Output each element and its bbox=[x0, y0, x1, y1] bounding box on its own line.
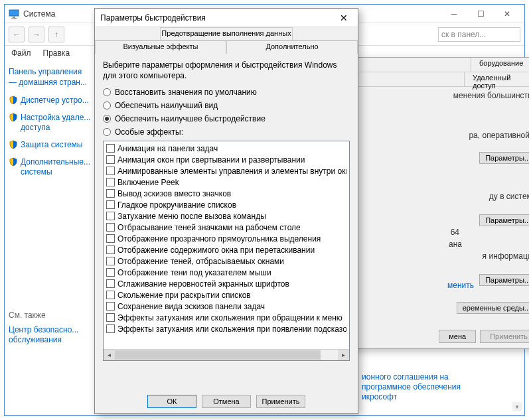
checkbox-icon[interactable] bbox=[106, 178, 115, 186]
scroll-left-icon[interactable]: ◄ bbox=[104, 350, 115, 360]
radio-icon[interactable] bbox=[103, 115, 111, 123]
check-row-10[interactable]: Отображение теней, отбрасываемых окнами bbox=[106, 255, 346, 267]
check-row-16[interactable]: Эффекты затухания или скольжения при поя… bbox=[106, 323, 346, 334]
menu-file[interactable]: Файл bbox=[11, 48, 31, 58]
minimize-button[interactable]: ─ bbox=[441, 7, 467, 21]
checkbox-icon[interactable] bbox=[106, 200, 115, 209]
tab-hardware[interactable]: борудование bbox=[471, 58, 529, 72]
sidebar-item-remote[interactable]: Настройка удале... доступа bbox=[9, 113, 91, 133]
checkbox-icon[interactable] bbox=[106, 279, 115, 288]
sidebar-item-advanced[interactable]: Дополнительные... системы bbox=[9, 157, 91, 178]
intro-text: Выберите параметры оформления и быстроде… bbox=[103, 60, 350, 81]
radio-option-0[interactable]: Восстановить значения по умолчанию bbox=[103, 88, 350, 97]
check-label: Вывод эскизов вместо значков bbox=[117, 189, 231, 198]
monitor-icon bbox=[9, 9, 19, 19]
sidebar-item-device-manager[interactable]: Диспетчер устро... bbox=[9, 96, 91, 106]
horizontal-scrollbar[interactable]: ◄ ► bbox=[104, 349, 349, 360]
see-also-label: См. также bbox=[9, 311, 91, 320]
checkbox-icon[interactable] bbox=[106, 167, 115, 175]
scroll-right-icon[interactable]: ► bbox=[338, 350, 349, 360]
check-row-3[interactable]: Включение Peek bbox=[106, 176, 346, 188]
perf-titlebar[interactable]: Параметры быстродействия ✕ bbox=[95, 9, 358, 27]
control-panel-home-link[interactable]: Панель управления — домашняя стран... bbox=[9, 67, 91, 88]
performance-settings-button[interactable]: Параметры... bbox=[479, 152, 529, 164]
checkbox-icon[interactable] bbox=[106, 268, 115, 277]
security-center-link[interactable]: Центр безопасно... обслуживания bbox=[9, 325, 91, 346]
check-row-15[interactable]: Эффекты затухания или скольжения при обр… bbox=[106, 312, 346, 323]
radio-option-1[interactable]: Обеспечить наилучший вид bbox=[103, 101, 350, 110]
check-row-14[interactable]: Сохранение вида эскизов панели задач bbox=[106, 301, 346, 312]
check-row-5[interactable]: Гладкое прокручивание списков bbox=[106, 199, 346, 210]
startup-settings-button[interactable]: Параметры... bbox=[479, 274, 529, 286]
checkbox-icon[interactable] bbox=[106, 223, 115, 232]
checkbox-icon[interactable] bbox=[106, 245, 115, 254]
checkbox-icon[interactable] bbox=[106, 324, 115, 333]
back-button[interactable]: ← bbox=[9, 27, 25, 42]
radio-icon[interactable] bbox=[103, 88, 111, 96]
checkbox-icon[interactable] bbox=[106, 155, 115, 164]
checkbox-icon[interactable] bbox=[106, 313, 115, 322]
close-icon[interactable]: ✕ bbox=[335, 11, 352, 25]
radio-label: Восстановить значения по умолчанию bbox=[115, 88, 257, 97]
radio-option-3[interactable]: Особые эффекты: bbox=[103, 127, 350, 137]
search-input[interactable]: ск в панел... bbox=[438, 27, 520, 42]
tab-remote[interactable]: Удаленный доступ bbox=[465, 72, 529, 86]
change-link[interactable]: менить bbox=[447, 281, 474, 290]
shield-icon bbox=[9, 157, 18, 167]
radio-option-2[interactable]: Обеспечить наилучшее быстродействие bbox=[103, 114, 350, 123]
check-label: Включение Peek bbox=[117, 178, 179, 187]
check-row-12[interactable]: Сглаживание неровностей экранных шрифтов bbox=[106, 278, 346, 289]
check-row-1[interactable]: Анимация окон при свертывании и разверты… bbox=[106, 154, 346, 165]
sysprop-apply-button[interactable]: Применить bbox=[480, 330, 529, 343]
checkbox-icon[interactable] bbox=[106, 144, 115, 153]
tab-visual-effects[interactable]: Визуальные эффекты bbox=[95, 40, 226, 54]
license-link-1[interactable]: ионного соглашения на bbox=[362, 372, 449, 382]
scrollbar-thumb[interactable] bbox=[115, 350, 321, 360]
check-row-9[interactable]: Отображение содержимого окна при перетас… bbox=[106, 244, 346, 255]
license-link-3[interactable]: икрософт bbox=[362, 392, 397, 401]
tab-dep[interactable]: Предотвращение выполнения данных bbox=[160, 27, 293, 40]
forward-button[interactable]: → bbox=[29, 27, 44, 42]
ana-text: ана bbox=[449, 240, 462, 249]
check-row-11[interactable]: Отображение тени под указателем мыши bbox=[106, 267, 346, 278]
checkbox-icon[interactable] bbox=[106, 189, 115, 198]
check-row-6[interactable]: Затухание меню после вызова команды bbox=[106, 210, 346, 222]
checkbox-icon[interactable] bbox=[106, 302, 115, 311]
close-button[interactable]: ✕ bbox=[494, 7, 520, 21]
check-row-0[interactable]: Анимация на панели задач bbox=[106, 143, 346, 154]
scroll-down-button[interactable]: ▼ bbox=[512, 402, 522, 411]
apply-button[interactable]: Применить bbox=[256, 395, 305, 408]
ok-button[interactable]: ОК bbox=[147, 395, 196, 408]
check-row-4[interactable]: Вывод эскизов вместо значков bbox=[106, 188, 346, 199]
check-row-7[interactable]: Отбрасывание теней значками на рабочем с… bbox=[106, 222, 346, 233]
sidebar-item-protection[interactable]: Защита системы bbox=[9, 140, 91, 151]
checkbox-icon[interactable] bbox=[106, 291, 115, 299]
effects-checklist: Анимация на панели задачАнимация окон пр… bbox=[103, 141, 350, 361]
check-label: Эффекты затухания или скольжения при поя… bbox=[117, 324, 346, 334]
checkbox-icon[interactable] bbox=[106, 212, 115, 220]
cancel-button[interactable]: Отмена bbox=[202, 395, 251, 408]
maximize-button[interactable]: ☐ bbox=[467, 7, 494, 21]
license-link-2[interactable]: программное обеспечения bbox=[362, 382, 461, 391]
sysprop-cancel-button[interactable]: мена bbox=[439, 330, 476, 343]
check-label: Сглаживание неровностей экранных шрифтов bbox=[117, 279, 289, 289]
check-label: Отображение содержимого окна при перетас… bbox=[117, 245, 315, 255]
perf-text: ра, оперативной и bbox=[469, 131, 529, 141]
menu-edit[interactable]: Правка bbox=[43, 48, 70, 58]
radio-label: Обеспечить наилучший вид bbox=[115, 101, 218, 110]
checkbox-icon[interactable] bbox=[106, 257, 115, 265]
env-vars-button[interactable]: еременные среды... bbox=[457, 302, 529, 314]
checkbox-icon[interactable] bbox=[106, 234, 115, 243]
check-label: Затухание меню после вызова команды bbox=[117, 212, 266, 221]
radio-icon[interactable] bbox=[103, 102, 111, 109]
svg-rect-1 bbox=[13, 17, 15, 18]
profile-settings-button[interactable]: Параметры... bbox=[479, 214, 529, 226]
radio-label: Обеспечить наилучшее быстродействие bbox=[115, 114, 265, 123]
check-row-13[interactable]: Скольжение при раскрытии списков bbox=[106, 289, 346, 301]
radio-label: Особые эффекты: bbox=[115, 127, 183, 137]
tab-advanced[interactable]: Дополнительно bbox=[226, 40, 358, 54]
up-button[interactable]: ↑ bbox=[48, 27, 64, 42]
check-row-2[interactable]: Анимированные элементы управления и элем… bbox=[106, 165, 346, 176]
radio-icon[interactable] bbox=[103, 128, 111, 136]
check-row-8[interactable]: Отображение прозрачного прямоугольника в… bbox=[106, 233, 346, 244]
